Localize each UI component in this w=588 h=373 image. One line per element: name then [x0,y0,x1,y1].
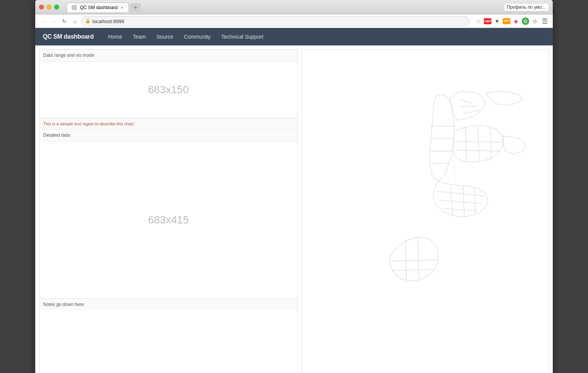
svg-line-21 [418,237,419,281]
refresh-button[interactable]: ↻ [60,17,69,25]
svg-line-7 [435,191,484,196]
chart-small-label: 683x150 [148,84,189,96]
adblock-icon[interactable]: ABP [484,18,491,24]
maximize-button[interactable] [54,5,59,9]
ghostery-icon[interactable]: ▼ [493,17,501,25]
new-tab-button[interactable]: + [130,3,141,12]
chart-placeholder-large: 683x415 [39,141,297,298]
traffic-lights [39,5,59,9]
home-button[interactable]: ⌂ [71,17,79,25]
chart-placeholder-small: 683x150 [39,61,297,118]
detailed-data-header: Detailed data [39,130,297,141]
data-range-header: Data range and vis mode [39,50,297,61]
chart-large-label: 683x415 [148,214,189,226]
svg-line-16 [478,125,479,162]
active-tab[interactable]: QC SM dashboard × [67,3,129,12]
tab-close-button[interactable]: × [120,5,124,10]
left-panel: Data range and vis mode 683x150 This is … [39,49,298,373]
nav-source[interactable]: Source [151,28,178,45]
title-bar: QC SM dashboard × + Профиль по умо... [35,0,553,14]
menu-icon[interactable]: ☰ [541,17,549,25]
tab-bar: QC SM dashboard × + [67,2,504,12]
browser-actions: ☆ ABP ▼ FFF ◈ G ⊘ ☰ [474,17,549,25]
profile-button[interactable]: Профиль по умо... [504,3,549,11]
google-icon[interactable]: G [522,17,529,25]
svg-line-12 [474,189,475,214]
pocket-icon[interactable]: ◈ [512,17,520,25]
nav-home[interactable]: Home [103,28,127,45]
forward-button[interactable]: › [50,17,58,25]
svg-line-11 [463,186,464,217]
svg-line-17 [490,126,491,160]
minimize-button[interactable] [47,5,52,9]
sample-text-region: This is a sample text region to describe… [39,119,297,130]
nav-technical-support[interactable]: Technical Support [216,28,269,45]
app-navbar: QC SM dashboard Home Team Source Communi… [35,28,553,45]
shield-icon[interactable]: ⊘ [531,17,539,25]
app-brand: QC SM dashboard [43,33,94,40]
svg-line-19 [391,269,435,271]
map-container [302,50,549,373]
extension-icon[interactable]: FFF [503,18,510,24]
address-wrapper: 🔒 localhost:8999 [81,16,469,26]
nav-community[interactable]: Community [178,28,216,45]
tab-title: QC SM dashboard [80,5,117,10]
right-panel [302,49,549,373]
address-bar: ‹ › ↻ ⌂ 🔒 localhost:8999 ☆ ABP ▼ FFF ◈ G… [35,14,553,28]
tab-favicon [72,5,77,10]
notes-section: Notes go down here [39,299,297,310]
data-range-section: Data range and vis mode 683x150 [39,50,297,119]
nav-team[interactable]: Team [128,28,151,45]
svg-line-4 [458,99,473,104]
close-button[interactable] [39,5,44,9]
svg-line-6 [463,110,480,114]
map-svg [314,66,536,366]
detailed-data-section: Detailed data 683x415 [39,130,297,299]
svg-line-13 [454,141,502,142]
svg-line-14 [455,150,499,151]
svg-line-8 [438,200,483,203]
address-input[interactable]: localhost:8999 [81,16,469,26]
svg-line-18 [390,260,437,261]
bookmark-icon[interactable]: ☆ [474,17,482,25]
svg-line-15 [465,126,466,162]
main-content: Data range and vis mode 683x150 This is … [35,45,553,373]
browser-window: QC SM dashboard × + Профиль по умо... ‹ … [35,0,553,373]
lock-icon: 🔒 [85,19,91,23]
back-button[interactable]: ‹ [39,17,47,25]
svg-line-9 [443,209,478,211]
